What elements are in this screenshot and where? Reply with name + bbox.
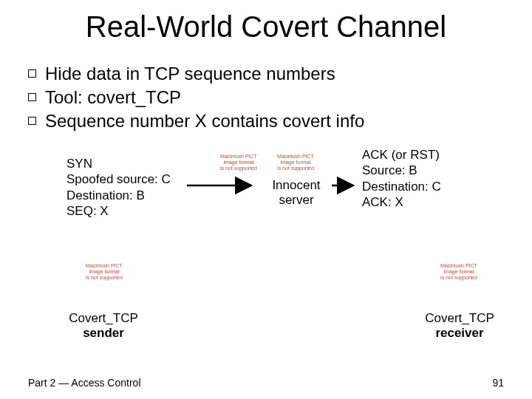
ack-line: ACK (or RST) (362, 147, 441, 163)
bullet-text: Sequence number X contains covert info (45, 110, 364, 132)
footer-page-number: 91 (492, 377, 504, 389)
pict-line: image format (271, 160, 320, 166)
receiver-line-bold: receiver (412, 326, 508, 341)
bullet-marker-icon (28, 69, 36, 78)
bullet-item: Tool: covert_TCP (28, 86, 532, 109)
slide-title: Real-World Covert Channel (0, 0, 532, 44)
footer-left: Part 2 — Access Control (28, 377, 141, 389)
innocent-line: server (263, 193, 330, 208)
pict-line: is not supported (214, 166, 263, 171)
ack-line: Destination: C (362, 179, 441, 194)
bullet-marker-icon (28, 93, 36, 101)
syn-packet-block: SYN Spoofed source: C Destination: B SEQ… (66, 156, 171, 219)
pict-placeholder-icon: Macintosh PICT image format is not suppo… (80, 263, 129, 281)
pict-line: is not supported (80, 275, 129, 281)
ack-packet-block: ACK (or RST) Source: B Destination: C AC… (362, 147, 441, 210)
slide-footer: Part 2 — Access Control 91 (28, 377, 504, 389)
syn-line: SYN (66, 156, 171, 171)
pict-line: is not supported (271, 166, 320, 171)
ack-line: Source: B (362, 163, 441, 178)
receiver-label: Covert_TCP receiver (412, 311, 508, 341)
pict-line: Macintosh PICT (80, 263, 129, 269)
pict-line: image format (80, 269, 129, 275)
innocent-line: Innocent (263, 178, 330, 193)
pict-line: Macintosh PICT (214, 154, 263, 160)
receiver-line: Covert_TCP (412, 311, 508, 326)
diagram-area: SYN Spoofed source: C Destination: B SEQ… (0, 134, 532, 355)
pict-line: image format (434, 269, 483, 275)
syn-line: SEQ: X (66, 203, 171, 219)
syn-line: Destination: B (66, 188, 171, 203)
pict-line: image format (214, 160, 263, 166)
pict-line: is not supported (434, 275, 483, 281)
ack-line: ACK: X (362, 194, 441, 210)
sender-line: Covert_TCP (55, 311, 151, 326)
sender-line-bold: sender (55, 326, 151, 341)
pict-line: Macintosh PICT (434, 263, 483, 269)
pict-placeholder-icon: Macintosh PICT image format is not suppo… (271, 154, 320, 171)
syn-line: Spoofed source: C (66, 171, 171, 187)
bullet-item: Sequence number X contains covert info (28, 110, 532, 132)
bullet-text: Hide data in TCP sequence numbers (45, 63, 335, 85)
sender-label: Covert_TCP sender (55, 311, 151, 341)
bullet-list: Hide data in TCP sequence numbers Tool: … (28, 63, 532, 132)
bullet-item: Hide data in TCP sequence numbers (28, 63, 532, 85)
pict-line: Macintosh PICT (271, 154, 320, 160)
innocent-server-label: Innocent server (263, 178, 330, 208)
bullet-text: Tool: covert_TCP (45, 86, 181, 109)
pict-placeholder-icon: Macintosh PICT image format is not suppo… (214, 154, 263, 171)
bullet-marker-icon (28, 117, 36, 125)
pict-placeholder-icon: Macintosh PICT image format is not suppo… (434, 263, 483, 281)
